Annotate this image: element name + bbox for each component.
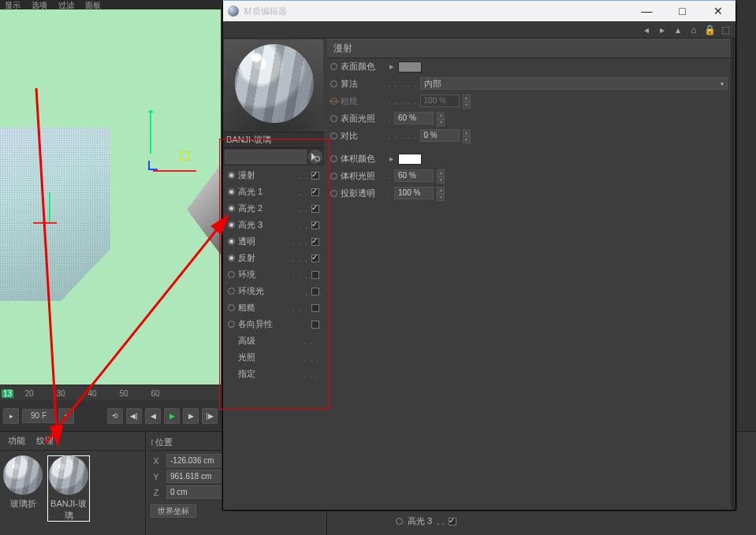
- menu-item[interactable]: 过滤: [58, 0, 74, 9]
- next-frame-button[interactable]: |▶: [202, 408, 218, 424]
- radio-icon[interactable]: [228, 321, 235, 328]
- axis-x-icon[interactable]: [153, 170, 196, 172]
- algorithm-dropdown[interactable]: 内部: [420, 77, 728, 90]
- radio-icon[interactable]: [330, 115, 337, 122]
- arrow-right-icon[interactable]: ▶: [388, 64, 395, 70]
- viewport[interactable]: [0, 9, 221, 385]
- spinner[interactable]: ▴▾: [437, 169, 445, 182]
- step-fwd-button[interactable]: ▶: [183, 408, 199, 424]
- channel-env[interactable]: 环境. . .: [223, 266, 324, 283]
- checkbox[interactable]: [311, 254, 319, 262]
- close-button[interactable]: ✕: [700, 1, 736, 21]
- checkbox[interactable]: [311, 188, 319, 196]
- dots: .: [388, 188, 391, 198]
- radio-icon[interactable]: [330, 155, 337, 162]
- scrollbar[interactable]: [731, 39, 736, 510]
- radio-icon[interactable]: [330, 173, 337, 180]
- material-thumb[interactable]: BANJI-玻璃: [47, 455, 90, 522]
- radio-icon[interactable]: [330, 132, 337, 139]
- radio-icon[interactable]: [228, 304, 235, 311]
- channel-diffuse[interactable]: 漫射. .: [223, 167, 324, 184]
- radio-icon[interactable]: [228, 188, 235, 195]
- lock-icon[interactable]: 🔒: [704, 24, 715, 35]
- axis-z-icon[interactable]: [148, 161, 158, 170]
- channel-rough[interactable]: 粗糙. . .: [223, 299, 324, 316]
- spinner[interactable]: ▴▾: [463, 129, 471, 142]
- color-swatch[interactable]: [398, 154, 422, 165]
- channel-spec2[interactable]: 高光 2. .: [223, 200, 324, 217]
- menu-item[interactable]: 面板: [85, 0, 101, 9]
- timeline-ruler[interactable]: 13 20 30 40 50 60: [0, 386, 221, 400]
- radio-icon[interactable]: [330, 190, 337, 197]
- menu-item[interactable]: 选项: [32, 0, 47, 9]
- minimize-button[interactable]: —: [629, 1, 665, 21]
- value-field[interactable]: 60 %: [394, 112, 434, 124]
- radio-icon[interactable]: [228, 238, 235, 245]
- picker-icon[interactable]: [308, 150, 322, 164]
- radio-icon[interactable]: [228, 254, 235, 262]
- radio-icon[interactable]: [330, 80, 337, 87]
- checkbox[interactable]: [311, 221, 319, 229]
- prev-frame-button[interactable]: ◀|: [126, 408, 142, 424]
- radio-icon[interactable]: [228, 205, 235, 212]
- property-label: 算法: [341, 78, 385, 90]
- checkbox[interactable]: [311, 172, 319, 180]
- spinner[interactable]: ▴▾: [437, 187, 445, 199]
- tab-texture[interactable]: 纹理: [36, 435, 54, 447]
- checkbox[interactable]: [311, 271, 319, 279]
- home-icon[interactable]: ⌂: [688, 24, 699, 35]
- mesh-object-part[interactable]: [187, 162, 221, 257]
- material-preview[interactable]: [224, 39, 323, 131]
- checkbox[interactable]: [449, 518, 456, 526]
- channel-spec1[interactable]: 高光 1. .: [223, 184, 324, 200]
- checkbox[interactable]: [311, 205, 319, 213]
- radio-icon[interactable]: [228, 271, 235, 278]
- checkbox[interactable]: [311, 304, 319, 312]
- checkbox[interactable]: [311, 321, 319, 329]
- goto-start-button[interactable]: ▸: [3, 408, 19, 424]
- tag-search-input[interactable]: [225, 150, 307, 164]
- channel-trans[interactable]: 透明. . .: [223, 233, 324, 250]
- nav-up-icon[interactable]: ▴: [672, 24, 683, 35]
- spinner[interactable]: ▴▾: [437, 112, 445, 124]
- window-titlebar[interactable]: 材质编辑器 — □ ✕: [223, 1, 736, 21]
- channel-refl[interactable]: 反射. . .: [223, 250, 324, 266]
- rewind-button[interactable]: ⟲: [107, 408, 123, 424]
- channel-spec3[interactable]: 高光 3. .: [223, 217, 324, 233]
- channel-envlight[interactable]: 环境光.: [223, 283, 324, 299]
- material-thumb[interactable]: 玻璃折: [2, 455, 44, 522]
- tab-function[interactable]: 功能: [8, 435, 25, 447]
- checkbox[interactable]: [311, 288, 319, 295]
- channel-illum[interactable]: 光照. . .: [223, 349, 324, 366]
- channel-aniso[interactable]: 各向异性: [223, 316, 324, 333]
- maximize-button[interactable]: □: [665, 1, 700, 21]
- radio-icon[interactable]: [228, 288, 235, 295]
- axis-y-icon[interactable]: [150, 110, 151, 154]
- current-frame-marker[interactable]: 13: [2, 389, 13, 398]
- radio-icon[interactable]: [396, 518, 403, 525]
- material-name-field[interactable]: BANJI-玻璃: [223, 132, 324, 148]
- value-field[interactable]: 60 %: [394, 169, 434, 182]
- channel-adv[interactable]: 高级. . .: [223, 333, 324, 349]
- nav-back-icon[interactable]: ◂: [641, 24, 652, 35]
- radio-icon[interactable]: [330, 63, 337, 70]
- radio-icon[interactable]: [228, 172, 235, 179]
- channel-assign[interactable]: 指定. . .: [223, 366, 324, 382]
- radio-icon[interactable]: [228, 221, 235, 228]
- plane-handle-icon[interactable]: [180, 151, 189, 161]
- color-swatch[interactable]: [398, 61, 422, 72]
- value-field[interactable]: 100 %: [394, 187, 434, 199]
- arrow-right-icon[interactable]: ▶: [388, 156, 395, 162]
- trailing-channel-row[interactable]: 高光 3 . .: [396, 515, 456, 527]
- play-button[interactable]: ▶: [164, 408, 180, 424]
- end-frame-field[interactable]: 90 F: [22, 409, 55, 423]
- step-back-button[interactable]: ◀: [145, 408, 161, 424]
- nav-fwd-icon[interactable]: ▸: [657, 24, 668, 35]
- checkbox[interactable]: [311, 238, 319, 246]
- value-field[interactable]: 0 %: [420, 129, 460, 142]
- coord-mode-button[interactable]: 世界坐标: [151, 504, 196, 518]
- cube-icon[interactable]: ⬚: [720, 24, 731, 35]
- next-key-button[interactable]: +: [58, 408, 74, 424]
- menu-item[interactable]: 显示: [5, 0, 20, 9]
- mesh-object[interactable]: [0, 128, 110, 301]
